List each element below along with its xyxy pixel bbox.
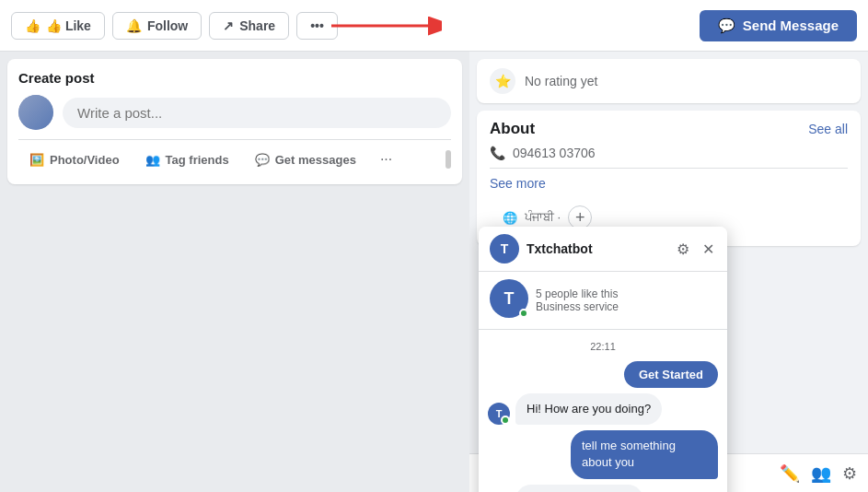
rating-icon: ⭐	[490, 68, 515, 94]
see-all-link[interactable]: See all	[808, 122, 848, 136]
chat-bot-initial: T	[501, 241, 509, 256]
follow-button[interactable]: 🔔 Follow	[112, 12, 202, 40]
send-message-button[interactable]: 💬 Send Message	[700, 10, 857, 41]
rating-box: ⭐ No rating yet	[477, 59, 861, 103]
messenger-icon: 💬	[718, 18, 735, 34]
scroll-indicator	[446, 150, 451, 169]
photo-video-button[interactable]: 🖼️ Photo/Video	[18, 147, 131, 172]
settings-icon[interactable]: ⚙	[842, 463, 857, 484]
tag-icon: 👥	[145, 153, 160, 167]
share-icon: ↗	[223, 18, 234, 33]
chat-timestamp: 22:11	[488, 341, 718, 352]
get-messages-button[interactable]: 💬 Get messages	[244, 147, 367, 172]
language-flag: 🌐	[503, 211, 517, 225]
msg-bubble-2: tell me something about you	[571, 430, 718, 478]
avatar-image	[18, 95, 53, 130]
send-message-label: Send Message	[743, 18, 839, 33]
bot-msg-avatar-1: T	[488, 403, 510, 425]
more-dots: •••	[310, 18, 324, 33]
chat-header-icons: ⚙ ✕	[675, 239, 716, 260]
online-status-dot	[519, 309, 528, 318]
tag-friends-button[interactable]: 👥 Tag friends	[134, 147, 240, 172]
get-started-button[interactable]: Get Started	[624, 361, 718, 388]
get-started-row: Get Started	[488, 361, 718, 388]
about-header: About See all	[490, 120, 848, 138]
chat-bot-avatar: T	[490, 234, 519, 264]
left-panel: Create post 🖼️ Photo/Video 👥 Tag friends…	[0, 52, 469, 492]
follow-icon: 🔔	[126, 18, 142, 33]
bot-online-dot-1	[501, 416, 510, 425]
msg-bubble-3: I'm Sandeep Kumar	[515, 485, 643, 492]
chat-messages: 22:11 Get Started T Hi! How are you doin…	[479, 330, 727, 492]
about-box: About See all 📞 094613 03706 See more 🌐 …	[477, 111, 861, 246]
chat-people-info: 5 people like this	[536, 287, 619, 300]
chat-settings-button[interactable]: ⚙	[675, 239, 691, 260]
msg-bubble-1: Hi! How are you doing?	[515, 393, 662, 425]
chat-header: T Txtchatbot ⚙ ✕	[479, 227, 727, 272]
chat-bot-name: Txtchatbot	[527, 241, 675, 256]
chat-widget: T Txtchatbot ⚙ ✕ T	[479, 227, 727, 492]
like-label: 👍 Like	[46, 18, 91, 33]
phone-number: 094613 03706	[513, 146, 596, 160]
post-more-button[interactable]: ···	[371, 146, 401, 173]
about-phone: 📞 094613 03706	[490, 146, 848, 160]
right-panel: ⭐ No rating yet About See all 📞 094613 0…	[469, 52, 868, 492]
post-input-row	[18, 95, 451, 140]
share-label: Share	[239, 18, 275, 33]
about-title: About	[490, 120, 535, 138]
post-input[interactable]	[63, 98, 451, 128]
post-more-dots: ···	[380, 151, 392, 167]
get-messages-label: Get messages	[275, 153, 356, 167]
compose-icon[interactable]: ✏️	[780, 463, 800, 484]
msg-row-1: T Hi! How are you doing?	[488, 393, 718, 425]
like-icon: 👍	[25, 18, 41, 33]
follow-label: Follow	[147, 18, 188, 33]
chat-close-button[interactable]: ✕	[700, 239, 716, 260]
user-avatar	[18, 95, 53, 130]
see-more-section: See more	[490, 168, 848, 198]
create-post-title: Create post	[18, 70, 451, 86]
photo-icon: 🖼️	[29, 153, 44, 167]
phone-icon: 📞	[490, 146, 505, 160]
top-action-bar: 👍 👍 Like 🔔 Follow ↗ Share ••• 💬 Send Mes…	[0, 0, 868, 52]
chat-page-avatar: T	[490, 279, 528, 318]
create-post-box: Create post 🖼️ Photo/Video 👥 Tag friends…	[7, 59, 462, 184]
msg-row-2: tell me something about you	[488, 430, 718, 478]
chat-info-area: T 5 people like this Business service	[479, 272, 727, 330]
no-rating-text: No rating yet	[525, 74, 597, 88]
language-label: ਪੰਜਾਬੀ ·	[525, 210, 561, 225]
share-button[interactable]: ↗ Share	[209, 12, 289, 40]
post-actions: 🖼️ Photo/Video 👥 Tag friends 💬 Get messa…	[18, 140, 451, 173]
photo-video-label: Photo/Video	[50, 153, 120, 167]
msg-row-3: T I'm Sandeep Kumar	[488, 485, 718, 492]
like-button[interactable]: 👍 👍 Like	[11, 12, 105, 40]
messenger-small-icon: 💬	[255, 153, 270, 167]
chat-business-label: Business service	[536, 300, 619, 313]
people-icon[interactable]: 👥	[811, 463, 831, 484]
tag-friends-label: Tag friends	[166, 153, 229, 167]
see-more-link[interactable]: See more	[490, 176, 546, 191]
main-content: Create post 🖼️ Photo/Video 👥 Tag friends…	[0, 52, 868, 492]
arrow-indicator	[331, 12, 442, 40]
